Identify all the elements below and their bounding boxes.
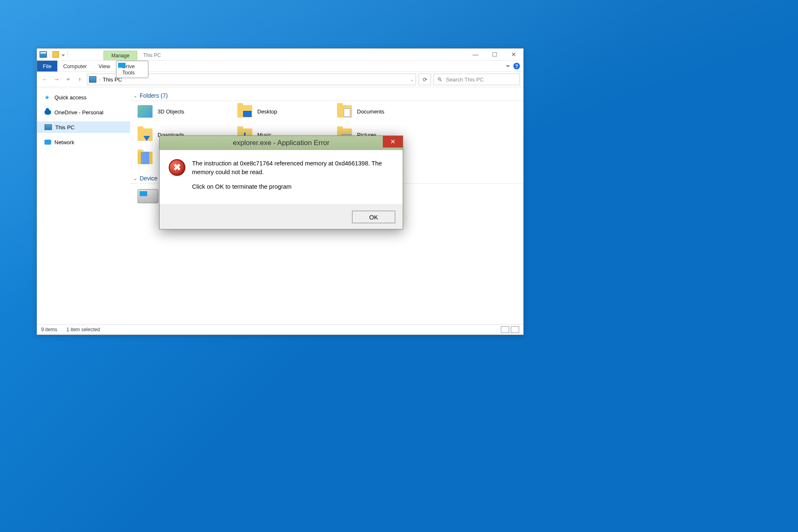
sidebar-item-label: Quick access	[54, 94, 86, 101]
folder-label: 3D Objects	[158, 108, 184, 115]
status-selection: 1 item selected	[66, 327, 100, 332]
back-button[interactable]: ←	[40, 75, 49, 84]
quick-access-toolbar	[37, 49, 70, 60]
this-pc-icon	[89, 76, 96, 83]
up-button[interactable]: ↑	[75, 75, 84, 84]
dialog-close-button[interactable]: ✕	[383, 136, 403, 148]
sidebar-item-label: Network	[54, 139, 74, 145]
tab-computer[interactable]: Computer	[57, 61, 93, 71]
chevron-down-icon: ⌄	[133, 93, 137, 99]
large-icons-view-icon[interactable]	[511, 326, 519, 333]
separator	[49, 51, 50, 58]
tab-drive-tools[interactable]: Drive Tools	[116, 61, 148, 78]
ribbon-tabs: File Computer View Drive Tools ?	[37, 61, 523, 72]
tab-view[interactable]: View	[93, 61, 116, 71]
error-dialog: explorer.exe - Application Error ✕ ✖ The…	[159, 135, 403, 229]
refresh-button[interactable]: ⟳	[419, 74, 431, 85]
recent-dropdown-icon[interactable]	[64, 75, 73, 84]
folder-icon	[237, 105, 252, 118]
pc-icon	[44, 124, 52, 130]
sidebar-item-network[interactable]: Network	[37, 136, 130, 148]
separator	[67, 51, 68, 58]
sidebar-item-label: OneDrive - Personal	[54, 109, 103, 116]
dialog-button-row: OK	[160, 204, 403, 229]
minimize-button[interactable]: —	[466, 49, 485, 60]
sidebar-item-label: This PC	[55, 124, 74, 131]
folder-label: Documents	[357, 108, 384, 115]
properties-icon[interactable]	[52, 51, 59, 58]
window-controls: — ☐ ✕	[466, 49, 523, 60]
folder-label: Desktop	[257, 108, 277, 115]
dialog-title-bar[interactable]: explorer.exe - Application Error ✕	[160, 136, 403, 150]
address-dropdown-icon[interactable]: ⌄	[410, 77, 414, 82]
forward-button[interactable]: →	[52, 75, 61, 84]
breadcrumb-arrow-icon: ›	[99, 77, 100, 82]
status-bar: 9 items 1 item selected	[37, 324, 523, 335]
folder-icon	[138, 152, 153, 164]
folder-icon	[138, 105, 153, 118]
desktop-background: Manage This PC — ☐ ✕ File Computer View …	[0, 0, 798, 532]
ribbon-collapse-icon[interactable]	[506, 65, 510, 67]
drive-icon	[138, 189, 158, 203]
window-title: This PC	[137, 50, 167, 60]
view-buttons	[501, 326, 519, 333]
folder-icon	[138, 128, 153, 141]
title-bar: Manage This PC — ☐ ✕	[37, 49, 523, 61]
cloud-icon	[44, 110, 51, 115]
chevron-down-icon: ⌄	[133, 176, 137, 181]
dialog-title: explorer.exe - Application Error	[233, 139, 329, 147]
error-message-line1: The instruction at 0xe8c71764 referenced…	[192, 159, 394, 177]
search-placeholder: Search This PC	[446, 76, 484, 83]
search-box[interactable]: 🔍︎ Search This PC	[433, 74, 520, 85]
network-icon	[44, 140, 51, 145]
star-icon: ★	[44, 94, 51, 101]
dialog-body: ✖ The instruction at 0xe8c71764 referenc…	[160, 150, 403, 204]
error-icon: ✖	[169, 159, 185, 176]
sidebar-item-quick-access[interactable]: ★ Quick access	[37, 91, 130, 103]
dialog-text: The instruction at 0xe8c71764 referenced…	[192, 159, 394, 197]
navigation-bar: ← → ↑ › This PC ⌄ ⟳ 🔍︎ Search This PC	[37, 72, 523, 87]
maximize-button[interactable]: ☐	[485, 49, 504, 60]
help-icon[interactable]: ?	[513, 63, 520, 69]
context-tab-manage[interactable]: Manage	[103, 51, 137, 60]
close-button[interactable]: ✕	[504, 49, 523, 60]
group-header-folders[interactable]: ⌄ Folders (7)	[130, 91, 523, 101]
group-header-label: Device	[140, 175, 158, 182]
system-icon[interactable]	[39, 51, 47, 58]
details-view-icon[interactable]	[501, 326, 509, 333]
error-message-line2: Click on OK to terminate the program	[192, 182, 394, 191]
sidebar-item-onedrive[interactable]: OneDrive - Personal	[37, 106, 130, 118]
navigation-pane: ★ Quick access OneDrive - Personal This …	[37, 87, 130, 324]
folder-item-documents[interactable]: Documents	[337, 103, 437, 119]
folder-item-3d-objects[interactable]: 3D Objects	[138, 103, 237, 119]
search-icon: 🔍︎	[437, 76, 443, 83]
folder-item-desktop[interactable]: Desktop	[237, 103, 337, 119]
ok-button[interactable]: OK	[352, 211, 395, 223]
folder-icon	[337, 105, 352, 118]
group-header-label: Folders (7)	[140, 92, 168, 99]
sidebar-item-this-pc[interactable]: This PC	[37, 121, 130, 133]
tab-file[interactable]: File	[37, 61, 57, 71]
context-tabs: Manage This PC	[103, 49, 167, 60]
ribbon-help-area: ?	[506, 61, 523, 71]
status-item-count: 9 items	[41, 327, 57, 332]
qat-dropdown-icon[interactable]	[62, 54, 65, 57]
